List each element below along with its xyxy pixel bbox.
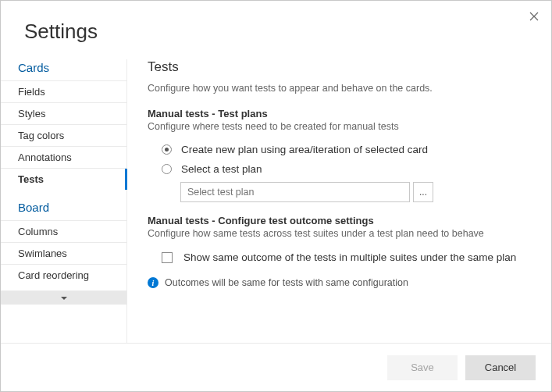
sidebar-item-label: Tag colors bbox=[18, 130, 64, 141]
sidebar-item-annotations[interactable]: Annotations bbox=[1, 146, 126, 168]
panel-subtitle: Configure how you want tests to appear a… bbox=[148, 83, 531, 94]
sidebar-item-label: Columns bbox=[18, 226, 58, 237]
sidebar-item-tests[interactable]: Tests bbox=[1, 168, 126, 190]
cancel-button[interactable]: Cancel bbox=[465, 355, 536, 380]
dialog-title: Settings bbox=[1, 1, 551, 59]
chevron-down-icon bbox=[60, 291, 68, 305]
sidebar-item-columns[interactable]: Columns bbox=[1, 220, 126, 242]
radio-icon bbox=[162, 144, 172, 155]
sidebar-section-board: Board bbox=[1, 194, 126, 220]
info-text: Outcomes will be same for tests with sam… bbox=[165, 277, 408, 288]
checkbox-label: Show same outcome of the tests in multip… bbox=[183, 251, 516, 263]
radio-select-test-plan[interactable]: Select a test plan bbox=[148, 159, 531, 179]
radio-label: Select a test plan bbox=[181, 163, 262, 175]
group-test-plans-sub: Configure where tests need to be created… bbox=[148, 121, 531, 132]
sidebar-item-swimlanes[interactable]: Swimlanes bbox=[1, 242, 126, 264]
sidebar-item-card-reordering[interactable]: Card reordering bbox=[1, 264, 126, 286]
sidebar-item-tag-colors[interactable]: Tag colors bbox=[1, 124, 126, 146]
save-button[interactable]: Save bbox=[387, 355, 458, 380]
content-panel: Tests Configure how you want tests to ap… bbox=[127, 59, 551, 343]
sidebar-item-label: Swimlanes bbox=[18, 248, 67, 259]
sidebar-section-cards: Cards bbox=[1, 59, 126, 80]
sidebar-item-label: Tests bbox=[18, 173, 44, 185]
panel-title: Tests bbox=[148, 59, 531, 75]
checkbox-same-outcome[interactable] bbox=[162, 252, 173, 263]
sidebar-item-label: Fields bbox=[18, 86, 45, 98]
sidebar-item-label: Card reordering bbox=[18, 269, 89, 281]
sidebar-item-styles[interactable]: Styles bbox=[1, 102, 126, 124]
ellipsis-label: ... bbox=[419, 187, 427, 198]
radio-icon bbox=[162, 164, 172, 174]
button-label: Save bbox=[411, 362, 434, 373]
close-icon[interactable] bbox=[528, 10, 540, 23]
radio-label: Create new plan using area/iteration of … bbox=[181, 144, 428, 155]
sidebar-item-fields[interactable]: Fields bbox=[1, 80, 126, 102]
browse-plan-button[interactable]: ... bbox=[413, 182, 433, 202]
sidebar-expand-toggle[interactable] bbox=[1, 290, 126, 305]
group-test-plans-title: Manual tests - Test plans bbox=[148, 108, 531, 119]
group-outcome-sub: Configure how same tests across test sui… bbox=[148, 228, 531, 239]
button-label: Cancel bbox=[485, 362, 516, 373]
radio-create-new-plan[interactable]: Create new plan using area/iteration of … bbox=[148, 140, 531, 159]
test-plan-input[interactable] bbox=[180, 182, 410, 202]
sidebar: Cards Fields Styles Tag colors Annotatio… bbox=[1, 59, 127, 343]
group-outcome-title: Manual tests - Configure test outcome se… bbox=[148, 215, 531, 226]
info-row: i Outcomes will be same for tests with s… bbox=[148, 277, 531, 288]
dialog-footer: Save Cancel bbox=[1, 343, 551, 391]
sidebar-item-label: Annotations bbox=[18, 151, 72, 163]
checkbox-same-outcome-row: Show same outcome of the tests in multip… bbox=[148, 247, 531, 268]
info-icon: i bbox=[148, 277, 158, 288]
sidebar-item-label: Styles bbox=[18, 108, 45, 119]
settings-dialog: Settings Cards Fields Styles Tag colors … bbox=[0, 0, 552, 392]
